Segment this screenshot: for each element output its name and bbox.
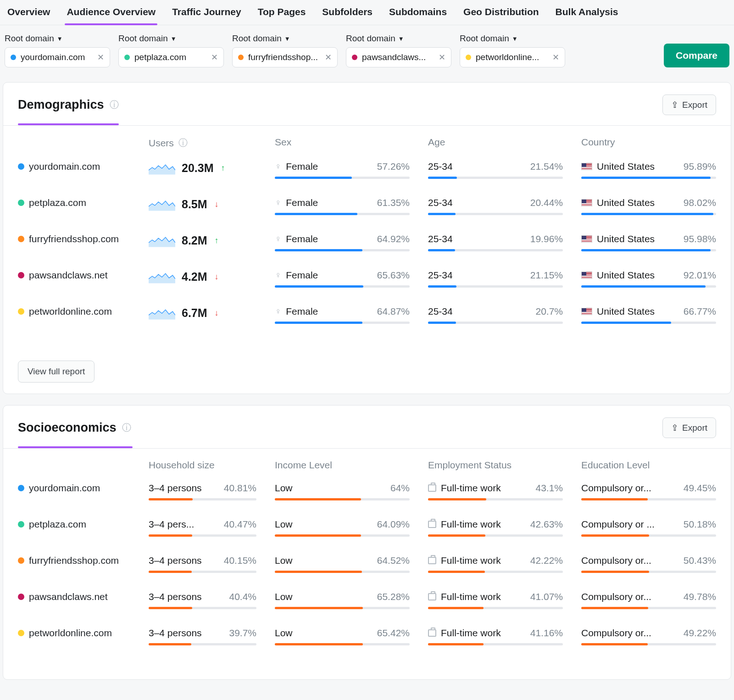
metric-label: 3–4 persons	[149, 628, 202, 639]
metric-label: Female	[286, 306, 318, 317]
flag-us-icon	[581, 199, 592, 206]
tab-subfolders[interactable]: Subfolders	[320, 0, 374, 25]
flag-us-icon	[581, 163, 592, 170]
progress-bar	[275, 571, 410, 573]
table-row: yourdomain.com3–4 persons40.81%Low64%Ful…	[18, 483, 716, 500]
upload-icon: ⇪	[671, 422, 678, 433]
domain-chip[interactable]: pawsandclaws...✕	[346, 47, 451, 67]
color-dot	[124, 55, 130, 60]
domain-cell: petplaza.com	[18, 519, 130, 530]
scope-dropdown[interactable]: Root domain ▼	[5, 33, 110, 44]
progress-bar	[581, 322, 716, 324]
close-icon[interactable]: ✕	[552, 53, 559, 61]
briefcase-icon	[428, 557, 436, 564]
domain-name: yourdomain.com	[29, 161, 100, 172]
sparkline	[149, 233, 175, 247]
metric-cell: Low65.42%	[275, 628, 410, 645]
progress-bar	[428, 498, 563, 500]
progress-bar	[581, 643, 716, 645]
info-icon[interactable]: ⓘ	[110, 99, 119, 111]
metric-label: Full-time work	[441, 483, 501, 494]
color-dot	[18, 485, 24, 491]
domain-chip[interactable]: yourdomain.com✕	[5, 47, 110, 67]
info-icon[interactable]: ⓘ	[122, 422, 131, 434]
export-button[interactable]: ⇪ Export	[662, 94, 716, 115]
chevron-down-icon: ▼	[512, 35, 518, 42]
progress-bar	[428, 534, 563, 537]
metric-cell: Compulsory or ...50.18%	[581, 519, 716, 537]
metric-cell: United States66.77%	[581, 306, 716, 324]
metric-cell: Compulsory or...49.45%	[581, 483, 716, 500]
table-row: petplaza.com3–4 pers...40.47%Low64.09%Fu…	[18, 519, 716, 537]
close-icon[interactable]: ✕	[439, 53, 445, 61]
export-button[interactable]: ⇪ Export	[662, 417, 716, 438]
color-dot	[11, 55, 16, 60]
metric-percent: 64.92%	[377, 233, 410, 244]
progress-bar	[428, 177, 563, 179]
metric-cell: 25-3421.54%	[428, 161, 563, 179]
domain-chip[interactable]: petworldonline...✕	[460, 47, 565, 67]
competitor-filter: Root domain ▼yourdomain.com✕	[5, 33, 110, 67]
domain-cell: furryfriendsshop.com	[18, 233, 130, 244]
scope-dropdown[interactable]: Root domain ▼	[118, 33, 224, 44]
progress-bar	[275, 213, 410, 215]
socioeconomics-table: Household size Income Level Employment S…	[3, 449, 731, 668]
close-icon[interactable]: ✕	[97, 53, 104, 61]
domain-cell: furryfriendsshop.com	[18, 555, 130, 566]
info-icon[interactable]: ⓘ	[178, 137, 188, 149]
metric-label: 3–4 pers...	[149, 519, 194, 530]
chip-label: furryfriendsshop...	[248, 52, 320, 62]
tab-audience-overview[interactable]: Audience Overview	[65, 0, 157, 25]
metric-cell: Full-time work43.1%	[428, 483, 563, 500]
metric-cell: 25-3421.15%	[428, 270, 563, 288]
table-row: furryfriendsshop.com8.2M↑♀Female64.92%25…	[18, 233, 716, 251]
table-row: petplaza.com8.5M↓♀Female61.35%25-3420.44…	[18, 197, 716, 215]
metric-percent: 95.98%	[684, 233, 716, 244]
domain-name: petplaza.com	[29, 197, 86, 208]
metric-cell: Low64.52%	[275, 555, 410, 573]
sparkline	[149, 197, 175, 211]
female-icon: ♀	[275, 198, 281, 208]
tab-traffic-journey[interactable]: Traffic Journey	[170, 0, 243, 25]
color-dot	[18, 308, 24, 315]
compare-button[interactable]: Compare	[664, 44, 729, 67]
female-icon: ♀	[275, 306, 281, 317]
tab-bulk-analysis[interactable]: Bulk Analysis	[554, 0, 620, 25]
metric-percent: 41.07%	[530, 591, 563, 602]
domain-chip[interactable]: furryfriendsshop...✕	[232, 47, 338, 67]
metric-percent: 20.44%	[530, 197, 563, 208]
tab-overview[interactable]: Overview	[6, 0, 52, 25]
metric-label: Full-time work	[441, 591, 501, 602]
metric-cell: United States95.98%	[581, 233, 716, 251]
metric-label: Compulsory or...	[581, 483, 651, 494]
close-icon[interactable]: ✕	[325, 53, 332, 61]
progress-bar	[149, 607, 256, 609]
chip-label: petplaza.com	[134, 52, 206, 62]
close-icon[interactable]: ✕	[211, 53, 218, 61]
progress-bar	[581, 498, 716, 500]
tab-top-pages[interactable]: Top Pages	[256, 0, 308, 25]
domain-chip[interactable]: petplaza.com✕	[118, 47, 224, 67]
progress-bar	[149, 534, 256, 537]
metric-cell: 25-3420.44%	[428, 197, 563, 215]
metric-percent: 19.96%	[530, 233, 563, 244]
chevron-down-icon: ▼	[171, 35, 177, 42]
color-dot	[18, 236, 24, 242]
table-row: pawsandclaws.net3–4 persons40.4%Low65.28…	[18, 591, 716, 609]
domain-cell: pawsandclaws.net	[18, 591, 130, 602]
table-row: pawsandclaws.net4.2M↓♀Female65.63%25-342…	[18, 270, 716, 288]
view-full-report-button[interactable]: View full report	[18, 361, 95, 383]
scope-dropdown[interactable]: Root domain ▼	[460, 33, 565, 44]
scope-dropdown[interactable]: Root domain ▼	[346, 33, 451, 44]
metric-label: Full-time work	[441, 628, 501, 639]
metric-label: Full-time work	[441, 555, 501, 566]
tab-subdomains[interactable]: Subdomains	[387, 0, 449, 25]
metric-cell: Low64.09%	[275, 519, 410, 537]
table-header-row: Usersⓘ Sex Age Country	[18, 137, 716, 149]
scope-dropdown[interactable]: Root domain ▼	[232, 33, 338, 44]
metric-label: United States	[597, 197, 655, 208]
table-header-row: Household size Income Level Employment S…	[18, 460, 716, 471]
users-cell: 6.7M↓	[149, 306, 256, 320]
progress-bar	[581, 285, 716, 288]
tab-geo-distribution[interactable]: Geo Distribution	[462, 0, 541, 25]
